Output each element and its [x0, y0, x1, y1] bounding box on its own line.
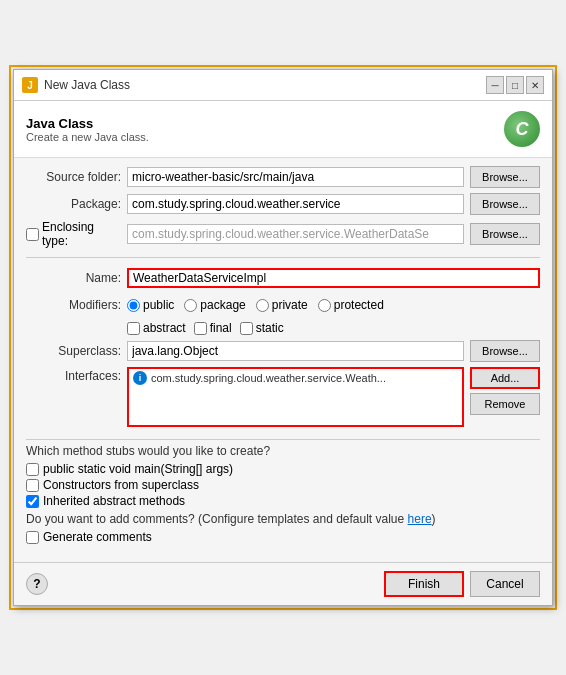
- stub-inherited-label[interactable]: Inherited abstract methods: [43, 494, 185, 508]
- browse-superclass-button[interactable]: Browse...: [470, 340, 540, 362]
- footer-section: ? Finish Cancel: [14, 562, 552, 605]
- interface-info-icon: i: [133, 371, 147, 385]
- close-button[interactable]: ✕: [526, 76, 544, 94]
- enclosing-input[interactable]: [127, 224, 464, 244]
- stub-constructors-checkbox[interactable]: [26, 479, 39, 492]
- modifiers-label: Modifiers:: [26, 298, 121, 312]
- modifier-package-radio[interactable]: [184, 299, 197, 312]
- cancel-button[interactable]: Cancel: [470, 571, 540, 597]
- window-controls: ─ □ ✕: [486, 76, 544, 94]
- eclipse-logo: C: [504, 111, 540, 147]
- modifiers-radio-group: public package private protected: [127, 298, 540, 312]
- interfaces-buttons: Add... Remove: [470, 367, 540, 427]
- stubs-main-row: public static void main(String[] args): [26, 462, 540, 476]
- section-subtitle: Create a new Java class.: [26, 131, 149, 143]
- add-interface-button[interactable]: Add...: [470, 367, 540, 389]
- interface-list-item: i com.study.spring.cloud.weather.service…: [129, 369, 462, 387]
- remove-interface-button[interactable]: Remove: [470, 393, 540, 415]
- finish-button[interactable]: Finish: [384, 571, 464, 597]
- modifier-protected-radio[interactable]: [318, 299, 331, 312]
- superclass-row: Superclass: Browse...: [26, 340, 540, 362]
- browse-enclosing-button[interactable]: Browse...: [470, 223, 540, 245]
- browse-source-button[interactable]: Browse...: [470, 166, 540, 188]
- package-input[interactable]: [127, 194, 464, 214]
- modifier-private-label[interactable]: private: [272, 298, 308, 312]
- interfaces-label: Interfaces:: [26, 367, 121, 427]
- name-input[interactable]: [127, 268, 540, 288]
- minimize-button[interactable]: ─: [486, 76, 504, 94]
- static-label[interactable]: static: [256, 321, 284, 335]
- interfaces-section: Interfaces: i com.study.spring.cloud.wea…: [26, 367, 540, 427]
- enclosing-row: Enclosing type: Browse...: [26, 220, 540, 248]
- generate-comments-row: Generate comments: [26, 530, 540, 544]
- modifier-public-radio[interactable]: [127, 299, 140, 312]
- help-button[interactable]: ?: [26, 573, 48, 595]
- interfaces-list: i com.study.spring.cloud.weather.service…: [127, 367, 464, 427]
- dialog-icon: J: [22, 77, 38, 93]
- static-checkbox[interactable]: [240, 322, 253, 335]
- here-link[interactable]: here: [408, 512, 432, 526]
- final-label[interactable]: final: [210, 321, 232, 335]
- generate-comments-checkbox[interactable]: [26, 531, 39, 544]
- modifier-package-label[interactable]: package: [200, 298, 245, 312]
- title-bar: J New Java Class ─ □ ✕: [14, 70, 552, 101]
- abstract-checkbox[interactable]: [127, 322, 140, 335]
- source-folder-label: Source folder:: [26, 170, 121, 184]
- interface-item-text: com.study.spring.cloud.weather.service.W…: [151, 372, 386, 384]
- stubs-inherited-row: Inherited abstract methods: [26, 494, 540, 508]
- name-label: Name:: [26, 271, 121, 285]
- stub-constructors-label[interactable]: Constructors from superclass: [43, 478, 199, 492]
- superclass-input[interactable]: [127, 341, 464, 361]
- modifier-protected-label[interactable]: protected: [334, 298, 384, 312]
- package-label: Package:: [26, 197, 121, 211]
- name-row: Name:: [26, 267, 540, 289]
- modifier-public-label[interactable]: public: [143, 298, 174, 312]
- final-checkbox[interactable]: [194, 322, 207, 335]
- enclosing-label[interactable]: Enclosing type:: [42, 220, 121, 248]
- superclass-label: Superclass:: [26, 344, 121, 358]
- stubs-constructors-row: Constructors from superclass: [26, 478, 540, 492]
- source-folder-input[interactable]: [127, 167, 464, 187]
- generate-comments-label[interactable]: Generate comments: [43, 530, 152, 544]
- comments-section: Do you want to add comments? (Configure …: [14, 510, 552, 546]
- form-body: Source folder: Browse... Package: Browse…: [14, 158, 552, 435]
- maximize-button[interactable]: □: [506, 76, 524, 94]
- stubs-title: Which method stubs would you like to cre…: [26, 444, 540, 458]
- enclosing-checkbox[interactable]: [26, 228, 39, 241]
- modifier-checkboxes-row: abstract final static: [127, 321, 540, 335]
- stub-main-label[interactable]: public static void main(String[] args): [43, 462, 233, 476]
- stub-inherited-checkbox[interactable]: [26, 495, 39, 508]
- section-title: Java Class: [26, 116, 149, 131]
- comments-text: Do you want to add comments? (Configure …: [26, 512, 540, 526]
- modifiers-row: Modifiers: public package private: [26, 294, 540, 316]
- modifier-private-radio[interactable]: [256, 299, 269, 312]
- stub-main-checkbox[interactable]: [26, 463, 39, 476]
- abstract-label[interactable]: abstract: [143, 321, 186, 335]
- dialog-header: Java Class Create a new Java class. C: [14, 101, 552, 158]
- stubs-section: Which method stubs would you like to cre…: [14, 435, 552, 510]
- dialog-title: New Java Class: [44, 78, 130, 92]
- package-row: Package: Browse...: [26, 193, 540, 215]
- source-folder-row: Source folder: Browse...: [26, 166, 540, 188]
- browse-package-button[interactable]: Browse...: [470, 193, 540, 215]
